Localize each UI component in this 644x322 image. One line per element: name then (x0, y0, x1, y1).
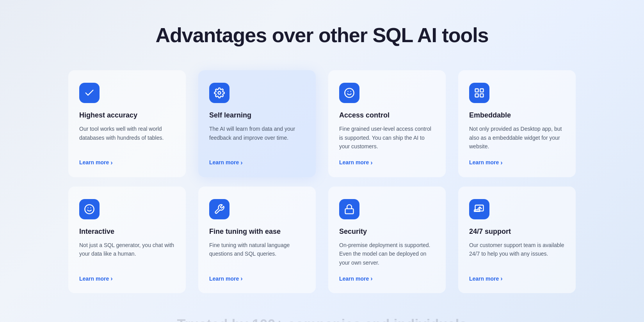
chevron-right-icon: › (110, 159, 112, 166)
learn-more-label: Learn more (79, 276, 109, 282)
chevron-right-icon: › (370, 275, 372, 282)
card-desc-security: On-premise deployment is supported. Even… (339, 241, 435, 267)
feature-card-security: SecurityOn-premise deployment is support… (328, 187, 446, 294)
card-title-support: 24/7 support (469, 227, 565, 236)
learn-more-interactive[interactable]: Learn more› (79, 275, 175, 282)
svg-rect-4 (480, 89, 483, 92)
learn-more-label: Learn more (469, 159, 499, 165)
card-desc-self-learning: The AI will learn from data and your fee… (209, 125, 305, 151)
learn-more-embeddable[interactable]: Learn more› (469, 159, 565, 166)
page-title: Advantages over other SQL AI tools (155, 23, 488, 47)
learn-more-label: Learn more (79, 159, 109, 165)
learn-more-label: Learn more (209, 276, 239, 282)
learn-more-highest-accuracy[interactable]: Learn more› (79, 159, 175, 166)
smiley-icon (79, 199, 100, 219)
feature-card-self-learning: Self learningThe AI will learn from data… (198, 70, 316, 177)
svg-rect-6 (480, 94, 483, 97)
embed-icon (469, 83, 489, 103)
chevron-right-icon: › (110, 275, 112, 282)
learn-more-security[interactable]: Learn more› (339, 275, 435, 282)
svg-rect-3 (475, 89, 479, 92)
learn-more-support[interactable]: Learn more› (469, 275, 565, 282)
learn-more-fine-tuning[interactable]: Learn more› (209, 275, 305, 282)
card-desc-highest-accuracy: Our tool works well with real world data… (79, 125, 175, 151)
svg-rect-10 (345, 208, 354, 213)
card-title-access-control: Access control (339, 111, 435, 120)
learn-more-label: Learn more (209, 159, 239, 165)
card-title-fine-tuning: Fine tuning with ease (209, 227, 305, 236)
wrench-icon (209, 199, 229, 219)
check-icon (79, 83, 100, 103)
feature-card-highest-accuracy: Highest accuracyOur tool works well with… (68, 70, 186, 177)
learn-more-label: Learn more (339, 276, 369, 282)
feature-card-fine-tuning: Fine tuning with easeFine tuning with na… (198, 187, 316, 294)
learn-more-self-learning[interactable]: Learn more› (209, 159, 305, 166)
feature-card-access-control: Access controlFine grained user-level ac… (328, 70, 446, 177)
feature-card-interactive: InteractiveNot just a SQL generator, you… (68, 187, 186, 294)
screen-share-icon (469, 199, 489, 219)
card-title-self-learning: Self learning (209, 111, 305, 120)
gear-icon (209, 83, 229, 103)
chevron-right-icon: › (240, 159, 242, 166)
svg-rect-5 (475, 94, 479, 97)
feature-card-support: 24/7 supportOur customer support team is… (458, 187, 576, 294)
card-title-embeddable: Embeddable (469, 111, 565, 120)
features-grid: Highest accuracyOur tool works well with… (68, 70, 576, 293)
face-icon (339, 83, 359, 103)
learn-more-label: Learn more (339, 159, 369, 165)
svg-point-7 (85, 205, 94, 213)
card-title-security: Security (339, 227, 435, 236)
chevron-right-icon: › (500, 159, 502, 166)
card-desc-embeddable: Not only provided as Desktop app, but al… (469, 125, 565, 151)
lock-icon (339, 199, 359, 219)
learn-more-access-control[interactable]: Learn more› (339, 159, 435, 166)
card-title-interactive: Interactive (79, 227, 175, 236)
chevron-right-icon: › (370, 159, 372, 166)
card-desc-support: Our customer support team is available 2… (469, 241, 565, 267)
card-title-highest-accuracy: Highest accuracy (79, 111, 175, 120)
bottom-text: Trusted by 100+ companies and individual… (177, 317, 467, 322)
svg-point-0 (218, 92, 221, 94)
card-desc-interactive: Not just a SQL generator, you chat with … (79, 241, 175, 267)
feature-card-embeddable: EmbeddableNot only provided as Desktop a… (458, 70, 576, 177)
chevron-right-icon: › (500, 275, 502, 282)
card-desc-access-control: Fine grained user-level access control i… (339, 125, 435, 151)
chevron-right-icon: › (240, 275, 242, 282)
learn-more-label: Learn more (469, 276, 499, 282)
card-desc-fine-tuning: Fine tuning with natural language questi… (209, 241, 305, 267)
